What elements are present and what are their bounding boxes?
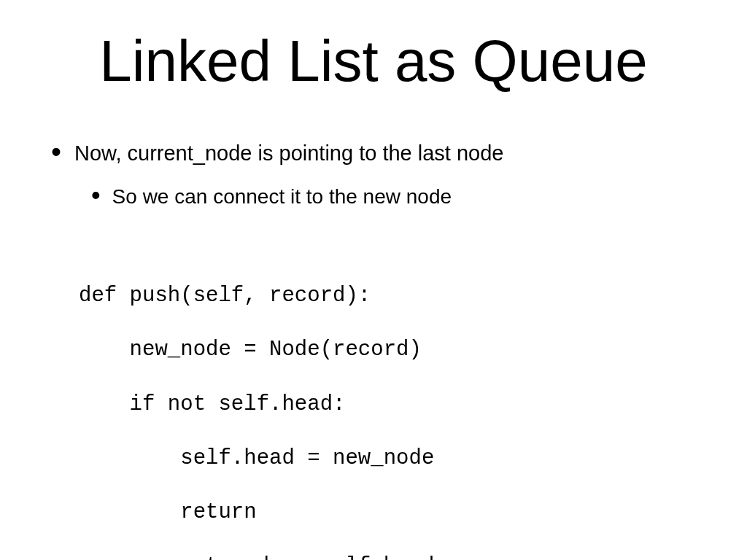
code-line: if not self.head: (79, 391, 650, 418)
slide-title: Linked List as Queue (0, 28, 747, 95)
code-line: return (79, 499, 650, 526)
code-block: def push(self, record): new_node = Node(… (79, 255, 650, 560)
code-line: current_node = self.head (79, 553, 650, 560)
bullet-2-text: So we can connect it to the new node (112, 185, 452, 209)
slide: Linked List as Queue • Now, current_node… (0, 0, 747, 560)
code-line: self.head = new_node (79, 445, 650, 472)
code-line: new_node = Node(record) (79, 336, 650, 363)
bullet-1-text: Now, current_node is pointing to the las… (74, 141, 503, 166)
bullet-dot-icon: • (91, 182, 101, 209)
bullet-level-2: • So we can connect it to the new node (91, 184, 693, 210)
bullet-list: • Now, current_node is pointing to the l… (51, 139, 693, 239)
bullet-level-1: • Now, current_node is pointing to the l… (51, 139, 693, 168)
code-line: def push(self, record): (79, 282, 650, 309)
bullet-dot-icon: • (51, 137, 61, 166)
